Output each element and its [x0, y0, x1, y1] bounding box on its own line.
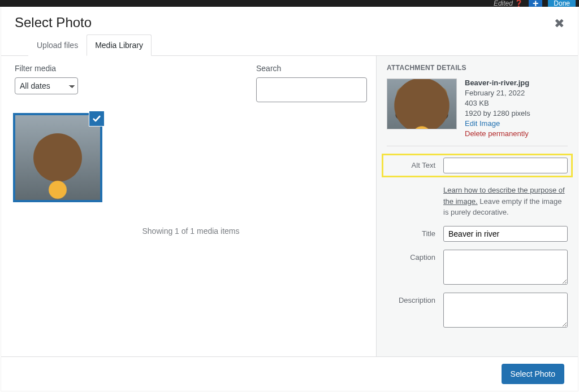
modal-body: Filter media All dates Search	[1, 56, 578, 356]
search-label: Search	[256, 64, 367, 73]
close-icon: ✖	[554, 16, 564, 31]
search-group: Search	[256, 64, 367, 102]
select-photo-button[interactable]: Select Photo	[502, 364, 564, 384]
tab-upload-files[interactable]: Upload files	[28, 34, 87, 56]
alt-text-hint: Learn how to describe the purpose of the…	[443, 185, 568, 218]
attachment-preview	[387, 79, 457, 129]
caption-row: Caption	[387, 250, 568, 285]
description-input[interactable]	[443, 293, 568, 328]
filter-label: Filter media	[15, 64, 78, 73]
attachment-size: 403 KB	[465, 99, 530, 107]
attachment-meta: Beaver-in-river.jpg February 21, 2022 40…	[465, 79, 530, 138]
attachment-details: ATTACHMENT DETAILS Beaver-in-river.jpg F…	[376, 56, 578, 356]
alt-text-row: Alt Text	[384, 156, 570, 175]
tabs: Upload files Media Library	[15, 34, 564, 56]
edit-image-link[interactable]: Edit Image	[465, 119, 530, 128]
caption-label: Caption	[387, 250, 435, 262]
close-button[interactable]: ✖	[551, 16, 568, 32]
filter-date-select[interactable]: All dates	[15, 77, 78, 94]
description-row: Description	[387, 293, 568, 328]
title-row: Title	[387, 226, 568, 242]
description-label: Description	[387, 293, 435, 304]
attachment-dimensions: 1920 by 1280 pixels	[465, 109, 530, 117]
title-label: Title	[387, 226, 435, 238]
attachment-head: Beaver-in-river.jpg February 21, 2022 40…	[387, 79, 568, 146]
alt-text-input[interactable]	[443, 158, 568, 173]
backdrop-toolbar: Edited ❓ + Done	[0, 0, 579, 7]
media-modal: Select Photo ✖ Upload files Media Librar…	[1, 7, 578, 391]
thumbnail-image	[15, 115, 100, 200]
modal-header: Select Photo ✖ Upload files Media Librar…	[1, 7, 578, 55]
modal-title: Select Photo	[15, 15, 564, 31]
delete-permanently-link[interactable]: Delete permanently	[465, 129, 530, 138]
preview-image	[387, 79, 457, 129]
showing-count: Showing 1 of 1 media items	[15, 227, 367, 236]
selected-check-icon[interactable]	[89, 111, 105, 127]
alt-text-label: Alt Text	[387, 158, 435, 169]
search-input[interactable]	[256, 77, 367, 102]
title-input[interactable]	[443, 226, 568, 242]
attachment-date: February 21, 2022	[465, 89, 530, 97]
tab-media-library[interactable]: Media Library	[87, 34, 152, 56]
details-heading: ATTACHMENT DETAILS	[387, 64, 568, 72]
alt-hint-row: Learn how to describe the purpose of the…	[387, 179, 568, 218]
caption-input[interactable]	[443, 250, 568, 285]
filter-group: Filter media All dates	[15, 64, 78, 94]
attachment-filename: Beaver-in-river.jpg	[465, 79, 530, 87]
media-thumbnail[interactable]	[15, 115, 101, 201]
modal-footer: Select Photo	[1, 356, 578, 391]
thumbnail-grid	[15, 115, 367, 201]
media-browser: Filter media All dates Search	[1, 56, 376, 356]
